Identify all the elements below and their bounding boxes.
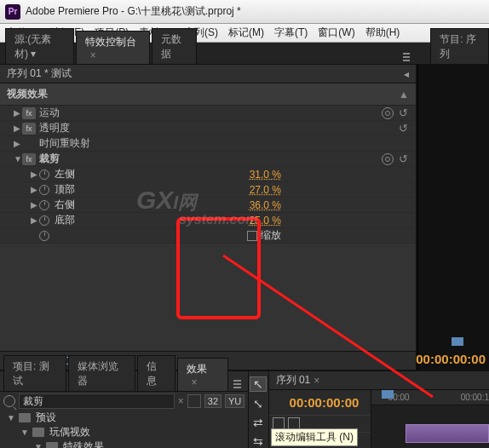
disclosure-icon[interactable]: ▼ <box>34 442 43 448</box>
tree-puppet-label: 玩偶视效 <box>49 425 90 439</box>
panel-menu-icon[interactable] <box>400 50 414 64</box>
zoom-checkbox[interactable] <box>247 231 257 241</box>
tree-special-label: 特殊效果 <box>63 439 104 448</box>
timeline-tab-label: 序列 01 <box>276 373 311 388</box>
menu-title[interactable]: 字幕(T) <box>271 24 311 42</box>
tab-info[interactable]: 信息 <box>137 355 175 391</box>
reset-icon[interactable]: ↺ <box>397 107 409 119</box>
fx-badge-icon[interactable]: fx <box>22 123 36 135</box>
crop-top-value[interactable]: 27.0 % <box>250 184 409 196</box>
fx-badge-icon[interactable]: fx <box>22 107 36 119</box>
folder-icon <box>32 428 44 437</box>
sequence-label: 序列 01 * 测试 <box>7 66 72 81</box>
ripple-edit-tool[interactable]: ⇄ <box>250 416 267 429</box>
timeline-timecode[interactable]: 00:00:00:00 <box>269 390 371 415</box>
disclosure-icon[interactable]: ▶ <box>14 139 22 148</box>
tab-source[interactable]: 源:(无素材) ▾ <box>5 28 74 64</box>
crop-right-value[interactable]: 36.0 % <box>250 199 409 211</box>
track-select-tool[interactable]: ⤡ <box>250 397 267 411</box>
menu-window[interactable]: 窗口(W) <box>314 24 358 42</box>
crop-right-label: 右侧 <box>55 198 75 212</box>
crop-top-label: 顶部 <box>55 182 75 197</box>
sequence-header: 序列 01 * 测试 ▸ <box>0 65 416 83</box>
app-logo-icon: Pr <box>5 4 20 20</box>
timeline-tab[interactable]: 序列 01 × <box>269 371 489 390</box>
effect-crop-label: 裁剪 <box>39 152 60 166</box>
preset-yuv-badge[interactable]: YU <box>225 394 244 408</box>
disclosure-icon[interactable]: ▶ <box>14 108 22 118</box>
stopwatch-icon[interactable] <box>39 169 49 180</box>
effect-crop[interactable]: ▼ fx 裁剪 ↺ <box>0 152 416 167</box>
crop-left-value[interactable]: 31.0 % <box>250 169 409 181</box>
tree-presets-label: 预设 <box>36 411 56 425</box>
crop-left-label: 左侧 <box>55 167 75 181</box>
tool-tooltip: 滚动编辑工具 (N) <box>271 428 358 446</box>
timeline-tracks-area[interactable]: 00:00 00:00:1 <box>371 390 489 448</box>
menu-help[interactable]: 帮助(H) <box>362 24 404 42</box>
tab-effects[interactable]: 效果 × <box>177 358 228 391</box>
playhead-icon[interactable] <box>452 337 463 346</box>
tab-program[interactable]: 节目: 序列 <box>430 28 489 64</box>
disclosure-icon[interactable]: ▶ <box>14 123 22 133</box>
effect-motion-label: 运动 <box>39 106 60 120</box>
effects-search-input[interactable] <box>19 393 175 409</box>
effect-motion[interactable]: ▶ fx 运动 ↺ <box>0 106 416 121</box>
effect-opacity[interactable]: ▶ fx 透明度 ↺ <box>0 121 416 136</box>
tab-effect-controls[interactable]: 特效控制台 × <box>76 31 150 64</box>
effect-time-remap[interactable]: ▶ 时间重映射 <box>0 136 416 152</box>
close-icon[interactable]: × <box>192 376 198 388</box>
tree-presets[interactable]: ▼ 预设 <box>0 411 248 425</box>
tree-puppet[interactable]: ▼ 玩偶视效 <box>0 425 248 439</box>
menu-marker[interactable]: 标记(M) <box>225 24 268 42</box>
play-icon[interactable]: ▲ <box>399 89 409 101</box>
crop-bottom-value[interactable]: 25.0 % <box>250 215 409 227</box>
window-titlebar: Pr Adobe Premiere Pro - G:\十里桃花\测试.prpro… <box>0 0 489 24</box>
target-icon[interactable] <box>382 107 394 119</box>
reset-icon[interactable]: ↺ <box>397 123 409 135</box>
panel-menu-icon[interactable] <box>230 377 244 391</box>
search-icon <box>3 395 15 407</box>
effects-search-row: × 32 YU <box>0 392 248 411</box>
tree-special[interactable]: ▼ 特殊效果 <box>0 439 248 448</box>
video-clip[interactable] <box>406 424 489 443</box>
fx-badge-icon[interactable]: fx <box>22 153 36 165</box>
video-effects-header[interactable]: 视频效果 ▲ <box>0 83 416 106</box>
tab-media-browser[interactable]: 媒体浏览器 <box>68 355 135 391</box>
dropdown-icon[interactable]: ▾ <box>31 48 36 60</box>
disclosure-icon[interactable]: ▼ <box>14 154 22 164</box>
close-icon[interactable]: × <box>314 375 319 387</box>
timeline-playhead-icon[interactable] <box>382 390 394 399</box>
stopwatch-icon[interactable] <box>39 200 49 210</box>
stopwatch-icon[interactable] <box>39 215 49 226</box>
crop-top-row: ▶ 顶部 27.0 % <box>0 182 416 198</box>
disclosure-icon[interactable]: ▶ <box>31 200 39 210</box>
target-icon[interactable] <box>382 153 394 165</box>
tab-metadata[interactable]: 元数据 <box>152 28 197 64</box>
disclosure-icon[interactable]: ▼ <box>7 413 15 422</box>
expand-icon[interactable]: ▸ <box>404 68 409 80</box>
stopwatch-icon[interactable] <box>39 185 49 195</box>
effect-controls-blank <box>0 244 416 351</box>
disclosure-icon[interactable]: ▼ <box>20 428 29 437</box>
tab-effects-label: 效果 <box>187 363 207 375</box>
tab-project[interactable]: 项目: 测试 <box>3 355 66 391</box>
program-panel-strip: 00:00:00:00 <box>417 65 489 370</box>
program-timecode[interactable]: 00:00:00:00 <box>416 352 486 366</box>
clear-search-icon[interactable]: × <box>178 395 184 407</box>
disclosure-icon[interactable]: ▶ <box>31 185 39 194</box>
crop-bottom-row: ▶ 底部 25.0 % <box>0 213 416 228</box>
disclosure-icon[interactable]: ▶ <box>31 215 39 225</box>
tab-metadata-label: 元数据 <box>161 33 181 60</box>
project-tabs: 项目: 测试 媒体浏览器 信息 效果 × <box>0 371 248 392</box>
folder-icon <box>46 442 58 448</box>
stopwatch-icon[interactable] <box>39 231 49 241</box>
preset-32-badge[interactable]: 32 <box>204 394 221 408</box>
crop-left-row: ▶ 左侧 31.0 % <box>0 167 416 182</box>
selection-tool[interactable]: ↖ <box>250 376 267 392</box>
program-monitor-sliver: 00:00:00:00 <box>418 65 489 370</box>
close-icon[interactable]: × <box>90 49 96 61</box>
reset-icon[interactable]: ↺ <box>397 153 409 165</box>
accelerated-filter-icon[interactable] <box>187 394 201 408</box>
disclosure-icon[interactable]: ▶ <box>31 169 39 179</box>
rolling-edit-tool[interactable]: ⇆ <box>250 434 267 448</box>
